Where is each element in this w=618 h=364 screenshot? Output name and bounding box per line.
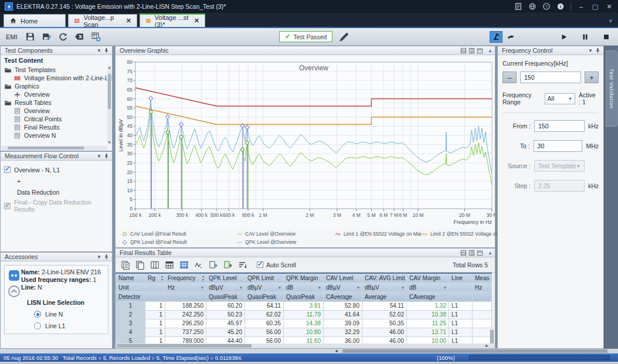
- flow-item[interactable]: Final - Copy Data Reduction Results: [4, 199, 108, 213]
- column-header[interactable]: QuasiPeak: [284, 292, 324, 301]
- column-header[interactable]: [165, 292, 206, 301]
- field-input[interactable]: 150: [534, 120, 585, 132]
- column-header[interactable]: dBµV▼: [245, 283, 284, 292]
- probe-button[interactable]: [504, 31, 517, 43]
- column-header[interactable]: CAV: AVG Limit: [362, 273, 407, 283]
- column-header[interactable]: Rg▲▼: [145, 273, 165, 283]
- table-header-button[interactable]: [163, 259, 176, 271]
- accessories-header[interactable]: Accessories ▼: [1, 253, 112, 261]
- column-header[interactable]: CAV Level: [324, 273, 362, 283]
- chevron-down-icon[interactable]: ▼: [97, 154, 101, 159]
- final-results-header[interactable]: Final Results Table ▲: [116, 249, 495, 257]
- column-header[interactable]: Frequency▲▼: [165, 273, 206, 283]
- column-header[interactable]: Average: [362, 292, 407, 301]
- probe-active-button[interactable]: [490, 31, 502, 43]
- edit-verdict-button[interactable]: [337, 30, 351, 43]
- sort-button[interactable]: [236, 259, 249, 271]
- auto-scroll-checkbox[interactable]: [257, 261, 263, 268]
- columns-button[interactable]: [148, 259, 161, 271]
- column-header[interactable]: Detector: [116, 292, 145, 301]
- pin-icon[interactable]: [103, 153, 110, 159]
- chevron-down-icon[interactable]: ▼: [97, 48, 101, 53]
- flow-item[interactable]: Overview - N, L1: [4, 165, 108, 174]
- column-header[interactable]: CAverage: [324, 292, 362, 301]
- column-header[interactable]: CAverage: [407, 292, 449, 301]
- column-header[interactable]: dB▼: [284, 283, 324, 292]
- collapse-panel-icon[interactable]: ▲: [488, 48, 493, 53]
- unit-dropdown-icon[interactable]: ▼: [318, 286, 321, 290]
- column-header[interactable]: Line: [449, 273, 473, 283]
- flow-checkbox[interactable]: [4, 203, 11, 209]
- minimize-button[interactable]: –: [577, 3, 585, 10]
- clear-button[interactable]: [73, 30, 87, 43]
- legend-item[interactable]: Limit 1 @EN 55022 Voltage on Mains: [335, 230, 422, 238]
- radio-button[interactable]: [34, 311, 41, 318]
- column-header[interactable]: dB▼: [407, 283, 449, 292]
- tree-item[interactable]: Overview: [4, 107, 112, 115]
- column-header[interactable]: QuasiPeak: [245, 292, 284, 301]
- export-word-button[interactable]: [207, 259, 220, 271]
- table-row[interactable]: 51789.00044.4056.0011.6036.0046.0010.00L…: [116, 336, 492, 343]
- column-header[interactable]: [473, 292, 492, 301]
- legend-item[interactable]: CAV Level @Final Result: [121, 230, 236, 238]
- pin-icon[interactable]: [595, 47, 601, 54]
- save-edit-button[interactable]: [40, 30, 54, 43]
- column-header[interactable]: QPK Margin: [284, 273, 324, 283]
- lisn-line-option[interactable]: Line N: [34, 311, 106, 318]
- tree-horizontal-scrollbar[interactable]: [2, 146, 107, 150]
- tab-home[interactable]: Home: [4, 14, 66, 27]
- export-excel-button[interactable]: [222, 259, 235, 271]
- table-horizontal-scrollbar[interactable]: ►: [116, 343, 495, 348]
- column-header[interactable]: Name: [116, 273, 145, 283]
- layout-rows-icon[interactable]: [460, 250, 467, 256]
- table-row[interactable]: 21242.25050.2362.0211.7941.6452.0210.38L…: [116, 310, 492, 319]
- table-grid-button[interactable]: [178, 259, 191, 271]
- table-vertical-scrollbar[interactable]: [490, 329, 494, 343]
- layout-window-icon[interactable]: [477, 250, 483, 256]
- stop-button[interactable]: [599, 30, 613, 43]
- layout-columns-icon[interactable]: [468, 250, 475, 256]
- frequency-increment-button[interactable]: +: [585, 72, 599, 83]
- pin-icon[interactable]: [103, 47, 110, 54]
- test-validation-tab[interactable]: Test Validation: [606, 50, 617, 127]
- collapse-chevron-icon[interactable]: [7, 284, 21, 298]
- test-components-header[interactable]: Test Components ▼: [1, 46, 112, 55]
- pin-icon[interactable]: [103, 254, 110, 260]
- table-row[interactable]: 31296.25045.9760.3514.3839.0950.3511.25L…: [116, 319, 492, 328]
- column-header[interactable]: QuasiPeak: [206, 292, 245, 301]
- radio-button[interactable]: [34, 322, 41, 329]
- column-header[interactable]: Unit: [116, 283, 145, 292]
- refresh-button[interactable]: [56, 30, 70, 43]
- unit-dropdown-icon[interactable]: ▼: [278, 286, 281, 290]
- tabbar-overflow-icon[interactable]: ▼: [608, 18, 613, 24]
- column-header[interactable]: Meas B: [473, 273, 492, 283]
- add-table-button[interactable]: [89, 30, 103, 43]
- column-header[interactable]: [449, 292, 473, 301]
- chevron-down-icon[interactable]: ▼: [97, 254, 101, 260]
- field-input[interactable]: 30: [534, 140, 583, 152]
- column-header[interactable]: dBµV▼: [362, 283, 407, 292]
- tree-item[interactable]: Critical Points: [4, 115, 112, 123]
- legend-item[interactable]: QPK Level @Overview: [236, 238, 335, 246]
- column-header[interactable]: QPK Limit: [245, 273, 284, 283]
- tab-scan[interactable]: Voltage...p Scan ✕: [68, 14, 137, 27]
- tree-item[interactable]: Voltage Emission with 2-Line-LISN St: [4, 74, 112, 82]
- overview-graphic-header[interactable]: Overview Graphic ▲: [116, 46, 495, 55]
- unit-dropdown-icon[interactable]: ▼: [443, 286, 447, 290]
- table-row[interactable]: 11188.25060.2064.113.9152.8054.111.32L1: [116, 301, 492, 310]
- copy-button[interactable]: [134, 259, 147, 271]
- tab-test-close-icon[interactable]: ✕: [194, 17, 199, 25]
- frequency-range-select[interactable]: All ▼: [545, 93, 575, 104]
- flow-checkbox[interactable]: [4, 166, 11, 173]
- maximize-button[interactable]: ▢: [591, 3, 599, 11]
- legend-item[interactable]: QPK Level @Final Result: [121, 238, 236, 246]
- flow-control-header[interactable]: Measurement Flow Control ▼: [1, 152, 112, 161]
- column-header[interactable]: Hz: [473, 283, 492, 292]
- column-header[interactable]: [449, 283, 473, 292]
- tree-item[interactable]: Result Tables: [4, 98, 112, 107]
- tree-item[interactable]: Test Templates: [4, 66, 112, 74]
- tab-scan-close-icon[interactable]: ✕: [126, 17, 131, 25]
- tree-vertical-scrollbar[interactable]: ▲▼: [107, 66, 111, 144]
- save-button[interactable]: [23, 30, 38, 43]
- column-header[interactable]: dBµV▼: [206, 283, 245, 292]
